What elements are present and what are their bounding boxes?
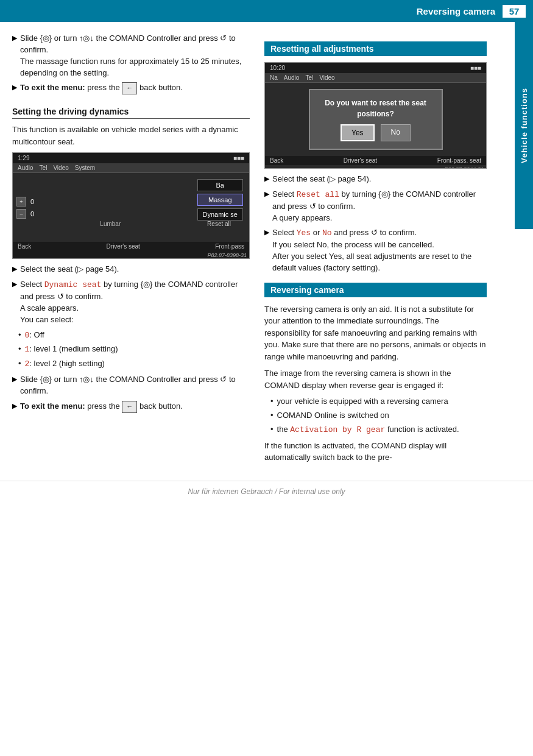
driving-exit-menu: ▶ To exit the menu: press the ← back but…: [12, 401, 250, 413]
driving-slide-turn-text: Slide {◎} or turn ↑◎↓ the COMAND Control…: [20, 374, 250, 397]
screen-ref-dynamic: P82.87-8398-31: [13, 251, 249, 258]
dialog-title: Do you want to reset the seat positions?: [321, 97, 431, 119]
reversing-bullets: • your vehicle is equipped with a revers…: [270, 396, 487, 436]
scale-list: • 0: Off • 1: level 1 (medium setting) •…: [18, 330, 250, 371]
dynamic-screen-content: + 0 – 0: [13, 173, 249, 242]
yes-button[interactable]: Yes: [341, 124, 375, 141]
driving-slide-turn: ▶ Slide {◎} or turn ↑◎↓ the COMAND Contr…: [12, 374, 250, 397]
exit-menu-item: ▶ To exit the menu: press the ← back but…: [12, 82, 250, 94]
screen-top-bar-dynamic: 1:29 ■■■: [13, 153, 249, 163]
seat-left-controls: + 0 – 0: [13, 173, 96, 242]
dialog-buttons: Yes No: [321, 124, 431, 141]
reset-select-reset-text: Select Reset all by turning {◎} the COMA…: [272, 189, 487, 224]
reset-screen-body: Do you want to reset the seat positions?…: [265, 83, 486, 156]
seat-labels-right: Ba Massag Dynamic se: [197, 179, 243, 221]
screen-time-dynamic: 1:29: [18, 155, 29, 161]
reversing-bullet-3: • the Activation by R gear function is a…: [270, 424, 487, 436]
no-button[interactable]: No: [381, 124, 411, 141]
left-column: ▶ Slide {◎} or turn ↑◎↓ the COMAND Contr…: [12, 33, 250, 468]
exit-menu-text: To exit the menu: press the ← back butto…: [20, 82, 250, 94]
front-pass-label-dynamic: Front-pass: [215, 243, 244, 250]
bullet-text-3: the Activation by R gear function is act…: [277, 424, 459, 436]
reversing-para2: The image from the reversing camera is s…: [264, 367, 487, 391]
back-label-dynamic: Back: [18, 243, 31, 250]
lumbar-label: Lumbar: [100, 221, 121, 227]
seat-controls: + 0 – 0: [16, 197, 93, 219]
reset-dialog: Do you want to reset the seat positions?…: [309, 89, 443, 150]
header-bar: Reversing camera 57: [0, 0, 533, 22]
reset-select-reset-all: ▶ Select Reset all by turning {◎} the CO…: [264, 189, 487, 224]
driving-dynamics-heading: Setting the driving dynamics: [12, 107, 250, 119]
arrow-r3: ▶: [264, 228, 269, 238]
scale-item-1: • 1: level 1 (medium setting): [18, 344, 250, 356]
seat-center: Ba Massag Dynamic se Lumbar Reset all: [96, 173, 249, 242]
minus-control: –: [16, 209, 26, 219]
reset-screen: 10:20 ■■■ Na Audio Tel Video Do you want…: [264, 62, 487, 169]
arrow-icon: ▶: [12, 34, 17, 43]
screen-bottom-bar-dynamic: Back Driver's seat Front-pass: [13, 242, 249, 251]
back-button-inline-2: ←: [122, 401, 137, 413]
front-pass-label-reset: Front-pass. seat: [437, 157, 481, 164]
side-tab-label: Vehicle functions: [520, 88, 529, 163]
arrow-d4: ▶: [12, 401, 17, 411]
screen-menu-bar-reset: Na Audio Tel Video: [265, 73, 486, 83]
reset-yes-no-text: Select Yes or No and press ↺ to confirm.…: [272, 227, 487, 274]
reversing-camera-heading: Reversing camera: [264, 283, 487, 297]
arrow-d2: ▶: [12, 280, 17, 289]
reset-label: Reset all: [207, 221, 231, 227]
arrow-icon-2: ▶: [12, 83, 17, 93]
seat-display: + 0 – 0: [13, 173, 249, 242]
arrow-r2: ▶: [264, 189, 269, 199]
back-button-inline: ←: [122, 82, 137, 94]
watermark: Nur für internen Gebrauch / For internal…: [0, 481, 533, 504]
scale-item-2: • 2: level 2 (high setting): [18, 358, 250, 370]
driving-select-dynamic-text: Select Dynamic seat by turning {◎} the C…: [20, 279, 250, 325]
screen-bottom-bar-reset: Back Driver's seat Front-pass. seat: [265, 156, 486, 165]
arrow-d3: ▶: [12, 375, 17, 384]
reset-select-seat-text: Select the seat (▷ page 54).: [272, 174, 487, 185]
driving-dynamics-intro: This function is available on vehicle mo…: [12, 124, 250, 147]
screen-top-bar-reset: 10:20 ■■■: [265, 63, 486, 73]
reversing-para3: If the function is activated, the COMAND…: [264, 440, 487, 464]
reset-select-yes-no: ▶ Select Yes or No and press ↺ to confir…: [264, 227, 487, 274]
intro-slide-item: ▶ Slide {◎} or turn ↑◎↓ the COMAND Contr…: [12, 33, 250, 79]
driving-select-seat-text: Select the seat (▷ page 54).: [20, 264, 250, 275]
bullet-text-1: your vehicle is equipped with a reversin…: [277, 396, 448, 408]
screen-ref-reset: P82.87-8044-31: [265, 165, 486, 169]
back-label-reset: Back: [270, 157, 283, 164]
scale-item-0: • 0: Off: [18, 330, 250, 342]
arrow-r1: ▶: [264, 174, 269, 184]
bullet-text-2: COMAND Online is switched on: [277, 410, 389, 422]
arrow-d1: ▶: [12, 264, 17, 274]
reversing-bullet-2: • COMAND Online is switched on: [270, 410, 487, 422]
dynamic-seat-screen: 1:29 ■■■ Audio Tel Video System +: [12, 152, 250, 259]
main-content: ▶ Slide {◎} or turn ↑◎↓ the COMAND Contr…: [0, 22, 533, 475]
reset-select-seat: ▶ Select the seat (▷ page 54).: [264, 174, 487, 185]
reset-heading: Resetting all adjustments: [264, 41, 487, 56]
reversing-bullet-1: • your vehicle is equipped with a revers…: [270, 396, 487, 408]
screen-time-reset: 10:20: [270, 65, 285, 71]
intro-slide-text: Slide {◎} or turn ↑◎↓ the COMAND Control…: [20, 33, 250, 79]
side-tab: Vehicle functions: [515, 22, 533, 229]
driver-seat-label-dynamic: Driver's seat: [107, 243, 140, 250]
reversing-para1: The reversing camera is only an aid. It …: [264, 303, 487, 363]
screen-menu-bar-dynamic: Audio Tel Video System: [13, 163, 249, 173]
driving-select-seat: ▶ Select the seat (▷ page 54).: [12, 264, 250, 275]
driving-exit-menu-text: To exit the menu: press the ← back butto…: [20, 401, 250, 413]
plus-control: +: [16, 197, 26, 207]
driving-select-dynamic: ▶ Select Dynamic seat by turning {◎} the…: [12, 279, 250, 325]
right-column: Resetting all adjustments 10:20 ■■■ Na A…: [264, 33, 508, 468]
header-title: Reversing camera: [0, 6, 503, 16]
page-number: 57: [503, 5, 526, 18]
driver-seat-label-reset: Driver's seat: [344, 157, 377, 164]
